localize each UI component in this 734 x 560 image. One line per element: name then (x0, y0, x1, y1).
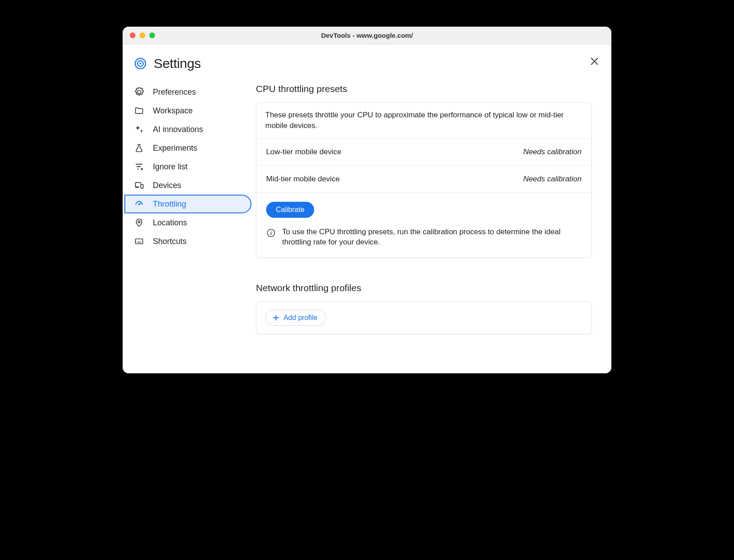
main-panel: CPU throttling presets These presets thr… (256, 44, 611, 373)
traffic-lights (123, 32, 155, 38)
devices-icon (134, 180, 144, 190)
network-section-title: Network throttling profiles (256, 283, 592, 293)
keyboard-icon (134, 236, 144, 246)
close-icon (589, 56, 600, 67)
plus-icon (272, 314, 280, 322)
folder-icon (134, 106, 144, 116)
maximize-window-button[interactable] (149, 32, 155, 38)
minimize-window-button[interactable] (140, 32, 145, 38)
settings-header: Settings (123, 55, 256, 83)
sidebar-item-label: Shortcuts (153, 237, 187, 246)
sidebar-item-label: Throttling (153, 200, 186, 209)
titlebar: DevTools - www.google.com/ (123, 27, 611, 44)
sidebar-item-label: Experiments (153, 144, 197, 153)
svg-point-2 (140, 63, 141, 64)
flask-icon (134, 143, 144, 153)
gear-icon (134, 87, 144, 97)
sidebar-item-ignore-list[interactable]: Ignore list (124, 157, 251, 176)
sidebar-item-ai-innovations[interactable]: AI innovations (124, 120, 251, 139)
calibrate-button[interactable]: Calibrate (266, 202, 314, 218)
content-area: Settings Preferences Workspace AI innova… (123, 44, 611, 373)
sidebar-item-label: Preferences (153, 88, 196, 97)
preset-status: Needs calibration (523, 148, 582, 156)
sparkle-icon (134, 124, 144, 134)
sidebar-nav: Preferences Workspace AI innovations Exp… (123, 83, 256, 251)
preset-name: Mid-tier mobile device (266, 175, 339, 184)
calibration-info-row: To use the CPU throttling presets, run t… (266, 227, 582, 248)
preset-status: Needs calibration (523, 175, 582, 184)
preset-name: Low-tier mobile device (266, 148, 341, 156)
preset-row-low-tier: Low-tier mobile device Needs calibration (256, 139, 591, 166)
svg-rect-4 (136, 239, 143, 244)
page-title: Settings (154, 56, 201, 71)
cpu-presets-description: These presets throttle your CPU to appro… (256, 103, 591, 139)
pin-icon (134, 218, 144, 228)
devtools-logo-icon (134, 57, 147, 70)
sidebar-item-label: Locations (153, 218, 187, 228)
sidebar-item-throttling[interactable]: Throttling (124, 195, 251, 213)
sidebar-item-locations[interactable]: Locations (124, 213, 251, 232)
sidebar-item-label: Devices (153, 181, 181, 190)
sidebar-item-label: AI innovations (153, 125, 203, 134)
network-section: Network throttling profiles Add profile (256, 283, 592, 334)
svg-point-3 (138, 221, 140, 223)
sidebar-item-workspace[interactable]: Workspace (124, 101, 251, 120)
sidebar-item-shortcuts[interactable]: Shortcuts (124, 232, 251, 251)
info-icon (266, 228, 276, 238)
calibration-info-text: To use the CPU throttling presets, run t… (282, 227, 582, 248)
devtools-window: DevTools - www.google.com/ Settings (123, 27, 611, 373)
cpu-section-title: CPU throttling presets (256, 84, 592, 94)
preset-row-mid-tier: Mid-tier mobile device Needs calibration (256, 166, 591, 193)
cpu-presets-card: These presets throttle your CPU to appro… (256, 102, 592, 258)
close-window-button[interactable] (130, 32, 136, 38)
gauge-icon (134, 199, 144, 209)
add-profile-button[interactable]: Add profile (265, 310, 326, 326)
network-profiles-card: Add profile (256, 301, 592, 334)
sidebar-item-label: Ignore list (153, 162, 187, 172)
sidebar-item-label: Workspace (153, 106, 193, 116)
filter-x-icon (134, 162, 144, 172)
sidebar-item-preferences[interactable]: Preferences (124, 83, 251, 101)
window-title: DevTools - www.google.com/ (123, 32, 611, 39)
cpu-card-actions: Calibrate To use the CPU throttling pres… (256, 193, 591, 258)
sidebar-item-experiments[interactable]: Experiments (124, 139, 251, 157)
sidebar: Settings Preferences Workspace AI innova… (123, 44, 256, 373)
sidebar-item-devices[interactable]: Devices (124, 176, 251, 195)
close-settings-button[interactable] (589, 56, 600, 67)
add-profile-label: Add profile (283, 314, 318, 322)
